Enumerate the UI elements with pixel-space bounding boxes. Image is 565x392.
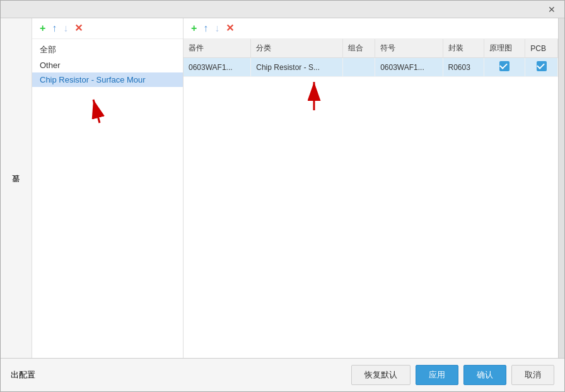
left-panel: + ↑ ↓ ✕ 全部 Other Chip Resistor - Surface… — [32, 18, 183, 358]
col-pcb: PCB — [525, 39, 558, 58]
cell-category: Chip Resistor - S... — [251, 58, 343, 77]
footer-left-label: 出配置 — [11, 369, 346, 381]
table-row[interactable]: 0603WAF1... Chip Resistor - S... 0603WAF… — [183, 58, 558, 77]
cancel-button[interactable]: 取消 — [511, 365, 554, 385]
cell-package: R0603 — [443, 58, 484, 77]
schematic-checkbox[interactable] — [499, 61, 510, 71]
cell-pcb[interactable] — [525, 58, 558, 77]
left-panel-toolbar: + ↑ ↓ ✕ — [32, 18, 183, 39]
col-symbol: 符号 — [375, 39, 443, 58]
table-header-row: 器件 分类 组合 符号 封装 原理图 PCB — [183, 39, 558, 58]
col-category: 分类 — [251, 39, 343, 58]
apply-button[interactable]: 应用 — [416, 365, 458, 385]
left-delete-button[interactable]: ✕ — [73, 23, 84, 33]
col-component: 器件 — [183, 39, 251, 58]
pcb-checkbox[interactable] — [537, 61, 547, 71]
col-package: 封装 — [443, 39, 484, 58]
left-panel-list: 全部 Other Chip Resistor - Surface Mour — [32, 39, 183, 358]
close-button[interactable]: ✕ — [544, 3, 559, 16]
cell-schematic[interactable] — [484, 58, 525, 77]
components-table: 器件 分类 组合 符号 封装 原理图 PCB 0603WAF1. — [183, 39, 558, 77]
cell-combo — [343, 58, 375, 77]
right-add-button[interactable]: + — [190, 23, 198, 33]
list-item-chip-resistor[interactable]: Chip Resistor - Surface Mour — [32, 72, 183, 87]
restore-button[interactable]: 恢复默认 — [351, 365, 411, 385]
cell-symbol: 0603WAF1... — [375, 58, 443, 77]
dialog-content: 设置 + ↑ ↓ ✕ 全部 Other Chip Resistor - Surf… — [1, 18, 564, 358]
right-panel-toolbar: + ↑ ↓ ✕ — [183, 18, 558, 39]
components-table-wrapper: 器件 分类 组合 符号 封装 原理图 PCB 0603WAF1. — [183, 39, 558, 358]
confirm-button[interactable]: 确认 — [463, 365, 506, 385]
right-up-button[interactable]: ↑ — [202, 23, 209, 33]
col-schematic: 原理图 — [484, 39, 525, 58]
left-sidebar: 设置 — [1, 18, 32, 358]
title-bar: ✕ — [1, 1, 564, 18]
cell-component: 0603WAF1... — [183, 58, 251, 77]
scrollbar[interactable] — [558, 18, 564, 358]
export-config-label: 出配置 — [11, 370, 35, 379]
left-up-button[interactable]: ↑ — [50, 23, 58, 33]
list-item-other[interactable]: Other — [32, 58, 183, 72]
list-item-all[interactable]: 全部 — [32, 42, 183, 58]
right-delete-button[interactable]: ✕ — [224, 23, 235, 33]
right-panel: + ↑ ↓ ✕ 器件 分类 组合 符号 封装 — [183, 18, 558, 358]
col-combo: 组合 — [343, 39, 375, 58]
left-add-button[interactable]: + — [38, 23, 47, 33]
left-down-button[interactable]: ↓ — [62, 23, 69, 33]
main-dialog: ✕ 设置 + ↑ ↓ ✕ 全部 Other Chip Resistor - Su… — [0, 0, 565, 392]
right-down-button[interactable]: ↓ — [213, 23, 221, 33]
main-area: + ↑ ↓ ✕ 全部 Other Chip Resistor - Surface… — [32, 18, 564, 358]
dialog-footer: 出配置 恢复默认 应用 确认 取消 — [1, 358, 564, 391]
